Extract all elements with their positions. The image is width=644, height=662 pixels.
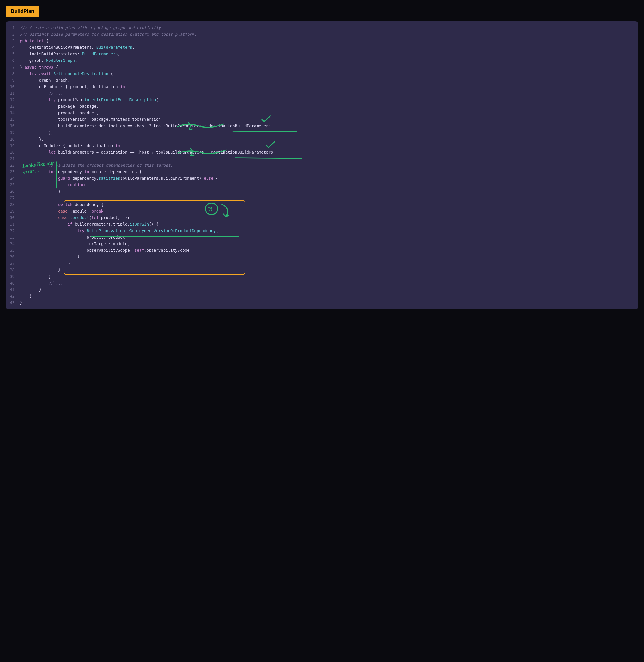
buildplan-badge: BuildPlan xyxy=(6,6,39,17)
code-line: 24 guard dependency.satisfies(buildParam… xyxy=(6,175,638,182)
line-number: 12 xyxy=(6,97,20,103)
line-number: 20 xyxy=(6,149,20,156)
line-number: 27 xyxy=(6,195,20,201)
code-line: 26 } xyxy=(6,188,638,195)
code-line: 1/// Create a build plan with a package … xyxy=(6,25,638,31)
code-content: /// Create a build plan with a package g… xyxy=(20,25,634,31)
line-number: 1 xyxy=(6,25,20,31)
code-content: case .module: break xyxy=(20,208,634,215)
code-line: 30 case .product(let product, _): xyxy=(6,215,638,221)
code-line: 36 ) xyxy=(6,254,638,260)
code-line: 38 } xyxy=(6,267,638,273)
code-line: 14 product: product, xyxy=(6,110,638,116)
code-line: 19 onModule: { module, destination in xyxy=(6,143,638,149)
code-content: case .product(let product, _): xyxy=(20,215,634,221)
line-number: 29 xyxy=(6,208,20,215)
code-content: ) async throws { xyxy=(20,64,634,71)
line-number: 39 xyxy=(6,274,20,280)
code-content: } xyxy=(20,260,634,267)
code-content: toolsVersion: package.manifest.toolsVers… xyxy=(20,116,634,123)
code-line: 3public init( xyxy=(6,38,638,44)
code-line: 25 continue xyxy=(6,182,638,188)
line-number: 32 xyxy=(6,228,20,234)
line-number: 40 xyxy=(6,280,20,286)
code-line: 11 // ... xyxy=(6,90,638,97)
code-line: 21 xyxy=(6,156,638,162)
code-content: // ... xyxy=(20,90,634,97)
line-number: 8 xyxy=(6,71,20,77)
code-line: 16 buildParameters: destination == .host… xyxy=(6,123,638,129)
line-number: 6 xyxy=(6,57,20,64)
code-line: 29 case .module: break xyxy=(6,208,638,215)
code-content: guard dependency.satisfies(buildParamete… xyxy=(20,175,634,182)
code-line: 37 } xyxy=(6,260,638,267)
code-content: )) xyxy=(20,129,634,136)
code-line: 17 )) xyxy=(6,129,638,136)
code-line: 13 package: package, xyxy=(6,103,638,110)
line-number: 26 xyxy=(6,188,20,195)
line-number: 11 xyxy=(6,90,20,97)
line-number: 28 xyxy=(6,202,20,208)
code-line: 42 ) xyxy=(6,293,638,300)
code-content: continue xyxy=(20,182,634,188)
code-content: } xyxy=(20,300,634,306)
line-number: 41 xyxy=(6,286,20,293)
code-line: 35 observabilityScope: self.observabilit… xyxy=(6,247,638,254)
code-line: 22 // Validate the product dependencies … xyxy=(6,162,638,169)
code-line: 4 destinationBuildParameters: BuildParam… xyxy=(6,44,638,51)
line-number: 10 xyxy=(6,84,20,90)
code-content: graph: ModulesGraph, xyxy=(20,57,634,64)
code-line: 12 try productMap.insert(ProductBuildDes… xyxy=(6,97,638,103)
code-content: onModule: { module, destination in xyxy=(20,143,634,149)
code-line: 7) async throws { xyxy=(6,64,638,71)
code-content: } xyxy=(20,267,634,273)
code-line: 20 let buildParameters = destination == … xyxy=(6,149,638,156)
code-content: ) xyxy=(20,254,634,260)
code-content: } xyxy=(20,286,634,293)
code-line: 33 product: product, xyxy=(6,234,638,241)
line-number: 42 xyxy=(6,293,20,300)
line-number: 15 xyxy=(6,116,20,123)
line-number: 16 xyxy=(6,123,20,129)
line-number: 24 xyxy=(6,175,20,182)
line-number: 25 xyxy=(6,182,20,188)
code-line: 9 graph: graph, xyxy=(6,77,638,84)
line-number: 7 xyxy=(6,64,20,71)
code-content: package: package, xyxy=(20,103,634,110)
code-line: 41 } xyxy=(6,286,638,293)
line-number: 43 xyxy=(6,300,20,306)
code-line: 40 // ... xyxy=(6,280,638,286)
line-number: 13 xyxy=(6,103,20,110)
line-number: 4 xyxy=(6,44,20,51)
code-line: 32 try BuildPlan.validateDeploymentVersi… xyxy=(6,228,638,234)
code-line: 2/// distinct build parameters for desti… xyxy=(6,31,638,38)
code-content: buildParameters: destination == .host ? … xyxy=(20,123,634,129)
code-content: } xyxy=(20,274,634,280)
code-line: 15 toolsVersion: package.manifest.toolsV… xyxy=(6,116,638,123)
code-content: product: product, xyxy=(20,234,634,241)
line-number: 9 xyxy=(6,77,20,84)
line-number: 33 xyxy=(6,234,20,241)
code-content: forTarget: module, xyxy=(20,241,634,247)
code-content: try BuildPlan.validateDeploymentVersionO… xyxy=(20,228,634,234)
code-content: let buildParameters = destination == .ho… xyxy=(20,149,634,156)
line-number: 2 xyxy=(6,31,20,38)
code-line: 39 } xyxy=(6,274,638,280)
code-line: 6 graph: ModulesGraph, xyxy=(6,57,638,64)
code-line: 34 forTarget: module, xyxy=(6,241,638,247)
code-content: if buildParameters.triple.isDarwin() { xyxy=(20,221,634,228)
line-number: 5 xyxy=(6,51,20,57)
code-content: toolsBuildParameters: BuildParameters, xyxy=(20,51,634,57)
code-content: observabilityScope: self.observabilitySc… xyxy=(20,247,634,254)
code-content: try await Self.computeDestinations( xyxy=(20,71,634,77)
code-line: 18 }, xyxy=(6,136,638,143)
code-content: product: product, xyxy=(20,110,634,116)
line-number: 23 xyxy=(6,169,20,175)
code-content: public init( xyxy=(20,38,634,44)
code-line: 28 switch dependency { xyxy=(6,202,638,208)
code-line: 5 toolsBuildParameters: BuildParameters, xyxy=(6,51,638,57)
code-line: 31 if buildParameters.triple.isDarwin() … xyxy=(6,221,638,228)
line-number: 35 xyxy=(6,247,20,254)
line-number: 36 xyxy=(6,254,20,260)
code-content: /// distinct build parameters for destin… xyxy=(20,31,634,38)
